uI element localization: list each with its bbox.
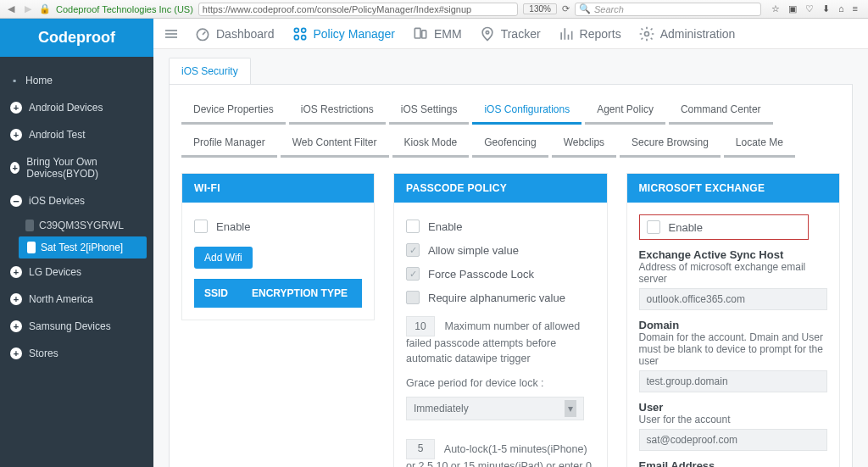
plus-icon: + (10, 162, 19, 174)
email-label: Email Address (639, 459, 828, 467)
gear-icon (638, 25, 655, 42)
svg-point-1 (294, 28, 298, 32)
plus-icon: + (10, 293, 22, 305)
sidebar-item-android-test[interactable]: + Android Test (0, 121, 153, 148)
policy-icon (292, 25, 309, 42)
tab-ios-security[interactable]: iOS Security (169, 58, 251, 84)
minus-icon: − (10, 195, 22, 207)
tab-ios-restrictions[interactable]: iOS Restrictions (289, 97, 386, 125)
lock-icon: 🔒 (39, 3, 51, 14)
tab-geofencing[interactable]: Geofencing (472, 130, 548, 158)
nav-emm[interactable]: EMM (412, 25, 462, 42)
allow-simple-row[interactable]: Allow simple value (406, 238, 595, 262)
user-input[interactable] (639, 429, 828, 451)
sidebar-item-android-devices[interactable]: + Android Devices (0, 94, 153, 121)
hamburger-icon[interactable] (165, 30, 177, 38)
forward-icon[interactable]: ▶ (22, 3, 34, 15)
tab-secure-browsing[interactable]: Secure Browsing (620, 130, 721, 158)
sidebar-item-label: Stores (29, 347, 58, 359)
sidebar-item-byod[interactable]: + Bring Your Own Devices(BYOD) (0, 148, 153, 187)
panel-title: PASSCODE POLICY (394, 174, 607, 203)
sidebar: Codeproof ▪ Home + Android Devices + And… (0, 19, 153, 467)
shield-icon[interactable]: ♡ (805, 3, 814, 14)
star-icon[interactable]: ☆ (771, 3, 780, 14)
nav-policy-manager[interactable]: Policy Manager (292, 25, 396, 42)
autolock-input[interactable]: 5 (406, 439, 435, 459)
browser-tools: ☆ ▣ ♡ ⬇ ⌂ ≡ (766, 3, 863, 14)
tab-web-content-filter[interactable]: Web Content Filter (281, 130, 389, 158)
wifi-enable-row[interactable]: Enable (194, 214, 362, 238)
svg-rect-5 (415, 28, 420, 38)
nav-label: Administration (660, 27, 736, 41)
nav-administration[interactable]: Administration (638, 25, 736, 42)
sidebar-nav: ▪ Home + Android Devices + Android Test … (0, 57, 153, 367)
add-wifi-button[interactable]: Add Wifi (194, 247, 253, 269)
checkbox-icon[interactable] (406, 243, 420, 257)
grace-label: Grace period for device lock : (406, 376, 595, 392)
checkbox-label: Enable (428, 220, 462, 233)
exchange-enable-row[interactable]: Enable (647, 220, 801, 234)
back-icon[interactable]: ◀ (5, 3, 17, 15)
sidebar-sub-device-2[interactable]: Sat Test 2[iPhone] (19, 236, 147, 259)
nav-label: Dashboard (216, 27, 275, 41)
checkbox-icon[interactable] (406, 220, 420, 233)
plus-icon: + (10, 347, 22, 359)
host-input[interactable] (639, 288, 828, 310)
checkbox-label: Enable (216, 220, 250, 233)
tab-ios-settings[interactable]: iOS Settings (389, 97, 470, 125)
tab-locate-me[interactable]: Locate Me (724, 130, 795, 158)
download-icon[interactable]: ⬇ (822, 3, 830, 14)
nav-dashboard[interactable]: Dashboard (194, 25, 275, 42)
browser-chrome: ◀ ▶ 🔒 Codeproof Technologies Inc (US) ht… (0, 0, 868, 19)
tab-command-center[interactable]: Command Center (669, 97, 773, 125)
main: Dashboard Policy Manager EMM Tracker Rep… (153, 19, 868, 467)
checkbox-icon[interactable] (406, 291, 420, 304)
sidebar-item-lg[interactable]: + LG Devices (0, 259, 153, 286)
svg-rect-6 (422, 30, 426, 37)
domain-input[interactable] (639, 370, 828, 392)
checkbox-icon[interactable] (194, 220, 208, 233)
sidebar-item-ios-devices[interactable]: − iOS Devices (0, 187, 153, 214)
panel-wifi: WI-FI Enable Add Wifi SSID ENCRYPTION TY… (181, 173, 375, 320)
bar-chart-icon (558, 25, 575, 42)
nav-reports[interactable]: Reports (558, 25, 621, 42)
phone-icon (25, 220, 34, 231)
sidebar-item-stores[interactable]: + Stores (0, 340, 153, 367)
grace-select[interactable]: Immediately ▾ (406, 397, 584, 420)
brand: Codeproof (0, 19, 153, 57)
panels: WI-FI Enable Add Wifi SSID ENCRYPTION TY… (181, 173, 840, 467)
url-bar[interactable]: https://www.codeproof.com/console/Policy… (198, 3, 519, 16)
tab-kiosk-mode[interactable]: Kiosk Mode (392, 130, 470, 158)
max-failed-row: 10 Maximum number of allowed failed pass… (406, 316, 595, 366)
exchange-enable-highlight: Enable (639, 214, 809, 240)
tab-profile-manager[interactable]: Profile Manager (181, 130, 277, 158)
browser-search[interactable]: 🔍 Search (575, 3, 761, 16)
sidebar-item-home[interactable]: ▪ Home (0, 67, 153, 94)
menu-icon[interactable]: ≡ (853, 3, 858, 14)
tab-agent-policy[interactable]: Agent Policy (585, 97, 665, 125)
devices-icon (412, 25, 429, 42)
home-icon[interactable]: ⌂ (838, 3, 844, 14)
tab-device-properties[interactable]: Device Properties (181, 97, 286, 125)
sidebar-item-samsung[interactable]: + Samsung Devices (0, 313, 153, 340)
tab-webclips[interactable]: Webclips (552, 130, 616, 158)
gauge-icon (194, 25, 211, 42)
checkbox-icon[interactable] (406, 267, 420, 281)
force-lock-row[interactable]: Force Passcode Lock (406, 262, 595, 286)
pocket-icon[interactable]: ▣ (788, 3, 797, 14)
search-placeholder: Search (594, 4, 624, 14)
sidebar-sub-device-1[interactable]: C39QM3SYGRWL (0, 214, 153, 236)
reload-icon[interactable]: ⟳ (562, 3, 570, 14)
require-alpha-row[interactable]: Require alphanumeric value (406, 286, 595, 309)
nav-tracker[interactable]: Tracker (479, 25, 541, 42)
tab-ios-configurations[interactable]: iOS Configurations (472, 97, 581, 125)
col-encryption: ENCRYPTION TYPE (252, 287, 348, 299)
zoom-badge[interactable]: 130% (523, 3, 557, 14)
passcode-enable-row[interactable]: Enable (406, 214, 595, 238)
max-failed-input[interactable]: 10 (406, 316, 435, 336)
search-icon: 🔍 (579, 3, 591, 14)
user-sub: User for the account (639, 414, 828, 425)
checkbox-icon[interactable] (647, 220, 660, 234)
autolock-row: 5 Auto-lock(1-5 minutes(iPhone) or 2,5,1… (406, 439, 595, 467)
sidebar-item-na[interactable]: + North America (0, 286, 153, 313)
